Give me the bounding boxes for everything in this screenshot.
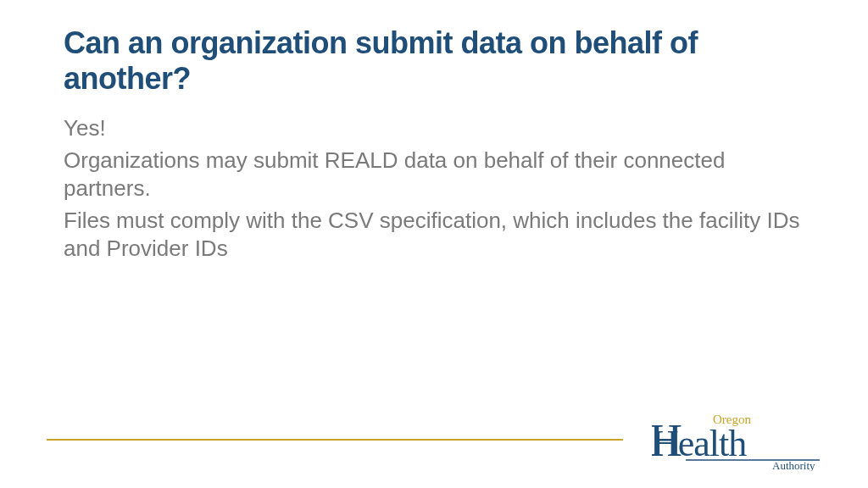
oregon-health-authority-logo: Oregon Health H Authority: [652, 412, 821, 471]
slide-body: Yes! Organizations may submit REALD data…: [64, 114, 804, 263]
logo-sub-text: Authority: [772, 459, 815, 471]
slide-container: Can an organization submit data on behal…: [0, 0, 868, 488]
logo-big-h: H: [652, 415, 682, 466]
body-paragraph-3: Files must comply with the CSV specifica…: [64, 207, 804, 262]
footer-divider: [47, 439, 623, 441]
body-paragraph-1: Yes!: [64, 114, 804, 142]
slide-title: Can an organization submit data on behal…: [64, 25, 804, 97]
body-paragraph-2: Organizations may submit REALD data on b…: [64, 147, 804, 202]
